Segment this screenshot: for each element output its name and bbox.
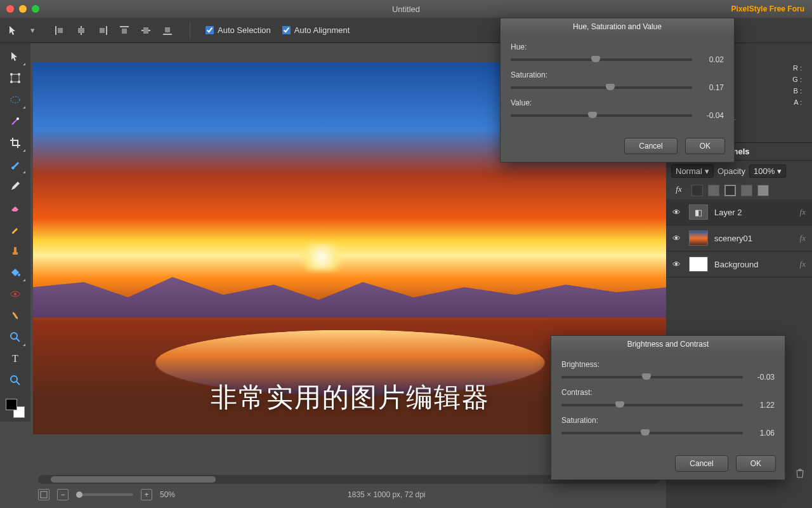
toolbox: T [0, 43, 30, 422]
mode-button-4[interactable] [741, 185, 752, 196]
title-bar: Untitled PixelStyle Free Foru [0, 0, 812, 18]
transform-tool[interactable] [4, 69, 26, 88]
move-tool[interactable] [4, 47, 26, 66]
mode-button-5[interactable] [757, 185, 769, 196]
document-dimensions: 1835 × 1000 px, 72 dpi [348, 490, 425, 499]
visibility-icon[interactable]: 👁 [672, 234, 683, 243]
pencil-tool[interactable] [4, 177, 26, 196]
window-title: Untitled [392, 4, 420, 14]
auto-alignment-checkbox[interactable]: Auto Alignment [282, 25, 350, 35]
brush-tool[interactable] [4, 155, 26, 174]
svg-rect-1 [58, 28, 63, 33]
hue-value: 0.02 [698, 55, 724, 64]
eraser-tool[interactable] [4, 198, 26, 217]
brightness-label: Brightness: [561, 360, 775, 369]
align-left-button[interactable] [53, 23, 67, 37]
canvas-overlay-text: 非常实用的图片编辑器 [211, 380, 490, 415]
close-window-button[interactable] [6, 5, 14, 13]
saturation-slider-2[interactable] [561, 432, 743, 434]
layer-row[interactable]: 👁 ◧ Layer 2 fx [666, 199, 812, 225]
marquee-tool[interactable] [4, 90, 26, 109]
svg-point-23 [14, 293, 16, 295]
cancel-button[interactable]: Cancel [675, 455, 728, 472]
smudge-tool[interactable] [4, 306, 26, 325]
layer-thumbnail: ◧ [689, 204, 708, 220]
ok-button[interactable]: OK [685, 138, 725, 154]
fx-indicator-icon[interactable]: fx [800, 207, 806, 217]
align-right-button[interactable] [96, 23, 110, 37]
visibility-icon[interactable]: 👁 [672, 260, 683, 269]
saturation-label-2: Saturation: [561, 416, 775, 425]
align-vcenter-button[interactable] [139, 23, 153, 37]
dropdown-caret-icon[interactable]: ▾ [30, 25, 35, 35]
svg-rect-20 [14, 247, 16, 252]
fx-indicator-icon[interactable]: fx [800, 233, 806, 243]
brightness-contrast-dialog[interactable]: Brightness and Contrast Brightness: -0.0… [551, 335, 785, 480]
svg-point-18 [16, 117, 19, 120]
contrast-slider[interactable] [561, 404, 743, 406]
red-eye-tool[interactable] [4, 284, 26, 304]
svg-point-16 [18, 81, 20, 83]
separator [190, 22, 190, 39]
magic-wand-tool[interactable] [4, 112, 26, 131]
auto-alignment-input[interactable] [282, 26, 291, 34]
fx-indicator-icon[interactable]: fx [800, 259, 806, 269]
eyedropper-tool[interactable] [4, 220, 26, 239]
mode-button-3[interactable] [724, 185, 736, 196]
svg-rect-19 [13, 252, 18, 255]
opacity-label: Opacity [717, 166, 745, 176]
layer-row[interactable]: 👁 Background fx [666, 251, 812, 277]
hue-label: Hue: [511, 43, 724, 51]
contrast-value: 1.22 [749, 401, 775, 410]
zoom-in-button[interactable]: + [141, 489, 152, 500]
zoom-window-button[interactable] [32, 5, 39, 13]
layer-row[interactable]: 👁 scenery01 fx [666, 225, 812, 251]
value-label: Value: [511, 98, 724, 107]
fill-tool[interactable] [4, 263, 26, 282]
layer-thumbnail [689, 231, 708, 246]
align-top-button[interactable] [117, 23, 131, 37]
hue-slider[interactable] [511, 58, 692, 61]
zoom-slider[interactable] [76, 493, 133, 496]
hand-tool[interactable] [4, 371, 26, 390]
layer-name: Background [714, 260, 758, 269]
align-bottom-button[interactable] [160, 23, 174, 37]
color-swatches[interactable] [6, 399, 25, 418]
svg-point-21 [18, 274, 20, 276]
clone-stamp-tool[interactable] [4, 241, 26, 260]
opacity-select[interactable]: 100% ▾ [749, 164, 786, 178]
fit-screen-button[interactable] [38, 489, 49, 500]
hsv-dialog[interactable]: Hue, Saturation and Value Hue: 0.02 Satu… [500, 18, 735, 163]
text-tool[interactable]: T [4, 349, 26, 368]
mode-button-2[interactable] [708, 185, 719, 196]
zoom-out-button[interactable]: − [57, 489, 69, 500]
svg-rect-12 [11, 74, 19, 82]
layer-name: scenery01 [714, 234, 752, 243]
svg-rect-3 [78, 28, 84, 33]
ok-button[interactable]: OK [736, 455, 776, 472]
fx-button[interactable]: fx [672, 184, 685, 197]
crop-tool[interactable] [4, 133, 26, 152]
layer-name: Layer 2 [714, 208, 742, 217]
mode-button-1[interactable] [691, 185, 703, 196]
cancel-button[interactable]: Cancel [624, 138, 677, 154]
visibility-icon[interactable]: 👁 [672, 208, 683, 217]
scrollbar-thumb[interactable] [51, 476, 216, 483]
traffic-lights [6, 5, 39, 13]
align-hcenter-button[interactable] [74, 23, 88, 37]
svg-rect-7 [122, 29, 127, 34]
minimize-window-button[interactable] [19, 5, 27, 13]
brightness-slider[interactable] [561, 376, 743, 378]
foreground-color-swatch[interactable] [6, 399, 17, 410]
dialog-title: Hue, Saturation and Value [501, 18, 734, 35]
saturation-slider[interactable] [511, 86, 692, 89]
zoom-tool[interactable] [4, 328, 26, 347]
value-slider[interactable] [511, 114, 692, 117]
delete-layer-button[interactable] [794, 467, 806, 479]
blend-mode-select[interactable]: Normal ▾ [671, 164, 714, 178]
auto-selection-input[interactable] [206, 26, 214, 34]
auto-selection-checkbox[interactable]: Auto Selection [206, 25, 271, 35]
forum-link[interactable]: PixelStyle Free Foru [731, 4, 804, 13]
svg-point-14 [18, 73, 20, 76]
dialog-title: Brightness and Contrast [551, 336, 785, 352]
